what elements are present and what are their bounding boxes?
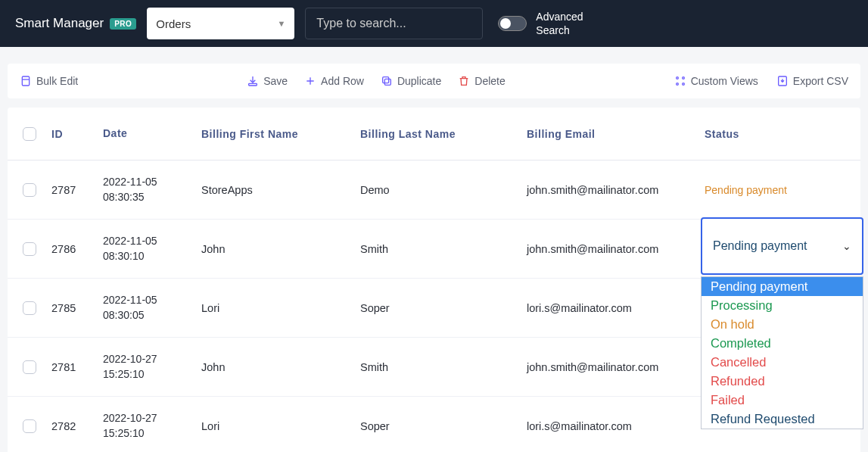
row-checkbox[interactable] [23,301,36,315]
svg-rect-1 [249,83,257,86]
trash-icon [458,75,470,87]
delete-button[interactable]: Delete [458,75,505,87]
col-id[interactable]: ID [51,128,103,140]
toggle-knob [500,18,511,29]
table-row[interactable]: 27872022-11-0508:30:35StoreAppsDemojohn.… [8,161,860,220]
status-option[interactable]: Cancelled [702,353,863,372]
svg-point-4 [676,77,678,79]
svg-point-5 [682,77,684,79]
top-bar: Smart Manager PRO Orders ▼ Type to searc… [0,0,868,47]
duplicate-icon [381,75,393,87]
row-checkbox[interactable] [23,242,36,256]
cell-date: 2022-11-0508:30:05 [103,293,201,323]
col-email[interactable]: Billing Email [527,128,705,140]
cell-email: john.smith@mailinator.com [527,184,705,196]
brand-name: Smart Manager [15,16,104,31]
cell-id: 2787 [51,184,103,196]
export-icon [776,75,789,87]
duplicate-button[interactable]: Duplicate [381,75,441,87]
cell-date: 2022-10-2715:25:10 [103,352,201,382]
advanced-search: Advanced Search [498,10,583,37]
cell-date: 2022-11-0508:30:35 [103,175,201,204]
cell-first-name: Lori [201,420,360,432]
cell-last-name: Soper [360,302,527,314]
status-select[interactable]: Pending payment ⌄ [701,217,863,275]
bulk-edit-button[interactable]: Bulk Edit [20,75,78,87]
status-badge: Pending payment [705,184,787,196]
col-first[interactable]: Billing First Name [201,128,360,140]
row-checkbox[interactable] [23,183,36,197]
cell-first-name: Lori [201,302,360,314]
bulk-edit-icon [20,75,32,87]
svg-point-6 [676,83,678,86]
cell-date: 2022-11-0508:30:10 [103,234,201,263]
cell-first-name: John [201,361,360,373]
save-icon [247,75,259,87]
add-row-button[interactable]: Add Row [304,75,364,87]
cell-email: john.smith@mailinator.com [527,361,705,373]
col-status[interactable]: Status [705,128,860,140]
status-option[interactable]: Completed [702,334,863,353]
grid-header: ID Date Billing First Name Billing Last … [8,108,860,161]
cell-last-name: Demo [360,184,527,196]
svg-rect-0 [22,76,29,86]
cell-status[interactable]: Pending payment [705,184,860,196]
cell-email: john.smith@mailinator.com [527,243,705,255]
plus-icon [304,75,316,87]
save-button[interactable]: Save [247,75,288,87]
cell-first-name: John [201,243,360,255]
status-option[interactable]: Refund Requested [702,410,863,429]
entity-selector[interactable]: Orders ▼ [147,8,294,39]
row-checkbox[interactable] [23,419,36,433]
col-last[interactable]: Billing Last Name [360,128,527,140]
status-option[interactable]: Pending payment [702,277,863,296]
cell-first-name: StoreApps [201,184,360,196]
cell-id: 2781 [51,361,103,373]
svg-point-7 [682,83,684,86]
svg-rect-2 [384,79,390,85]
pro-badge: PRO [110,18,136,30]
custom-views-button[interactable]: Custom Views [674,75,758,87]
chevron-down-icon: ⌄ [842,240,851,252]
cell-last-name: Smith [360,243,527,255]
status-option[interactable]: Refunded [702,372,863,391]
cell-id: 2782 [51,420,103,432]
views-icon [674,75,686,87]
status-dropdown: Pending payment ⌄ Pending paymentProcess… [701,217,863,429]
cell-id: 2786 [51,243,103,255]
toolbar: Bulk Edit Save Add Row Duplicate Delete … [8,64,860,98]
search-placeholder: Type to search... [316,17,406,30]
row-checkbox[interactable] [23,360,36,374]
cell-last-name: Smith [360,361,527,373]
cell-last-name: Soper [360,420,527,432]
col-date[interactable]: Date [103,126,201,142]
svg-rect-3 [383,77,389,83]
status-option[interactable]: Processing [702,296,863,315]
advanced-search-label: Advanced Search [536,10,583,37]
chevron-down-icon: ▼ [277,19,285,28]
advanced-search-toggle[interactable] [498,16,527,31]
status-option[interactable]: On hold [702,315,863,334]
status-option[interactable]: Failed [702,391,863,410]
brand: Smart Manager PRO [15,16,136,31]
search-input[interactable]: Type to search... [305,8,483,39]
cell-email: lori.s@mailinator.com [527,420,705,432]
cell-id: 2785 [51,302,103,314]
entity-selector-value: Orders [156,17,191,30]
cell-email: lori.s@mailinator.com [527,302,705,314]
status-options-list: Pending paymentProcessingOn holdComplete… [701,276,863,429]
cell-date: 2022-10-2715:25:10 [103,411,201,441]
status-select-value: Pending payment [713,239,807,253]
select-all-checkbox[interactable] [23,127,36,141]
export-csv-button[interactable]: Export CSV [776,75,848,87]
